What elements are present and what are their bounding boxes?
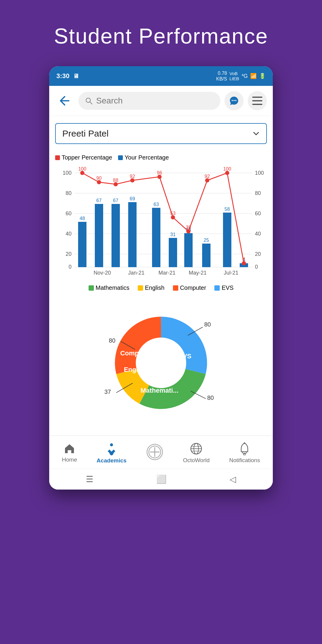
svg-text:90: 90 — [96, 176, 102, 181]
svg-text:53: 53 — [170, 211, 176, 216]
svg-text:69: 69 — [130, 196, 135, 201]
content-area: Preeti Patel Topper Percentage Your Perc… — [49, 116, 273, 436]
svg-point-54 — [225, 171, 229, 175]
svg-point-4 — [235, 100, 236, 101]
svg-text:Nov-20: Nov-20 — [94, 270, 111, 276]
signal-icon: 📶 — [250, 73, 257, 79]
nav-octo-plus[interactable] — [146, 443, 163, 462]
donut-chart-area: EVS Mathemati... English Compute... 80 8… — [55, 303, 267, 428]
svg-text:37: 37 — [104, 388, 111, 395]
search-icon — [85, 97, 93, 105]
svg-rect-32 — [128, 202, 137, 267]
svg-rect-40 — [202, 244, 210, 267]
svg-point-55 — [242, 261, 246, 265]
svg-text:63: 63 — [154, 202, 159, 207]
svg-text:0: 0 — [69, 264, 72, 270]
voip-icon: VoBLtEB — [229, 71, 239, 81]
topper-legend: Topper Percentage — [55, 154, 112, 161]
svg-text:80: 80 — [207, 394, 214, 401]
svg-text:4: 4 — [243, 257, 245, 262]
svg-text:48: 48 — [80, 216, 85, 221]
search-box[interactable] — [78, 92, 220, 110]
academics-label: Academics — [97, 457, 126, 464]
english-dot — [138, 285, 143, 291]
evs-label: EVS — [222, 284, 233, 291]
svg-text:Jan-21: Jan-21 — [128, 270, 144, 276]
square-icon[interactable]: ⬜ — [156, 474, 167, 484]
svg-text:80: 80 — [204, 321, 211, 328]
svg-text:92: 92 — [130, 174, 135, 179]
your-legend: Your Percentage — [118, 154, 169, 161]
message-button[interactable] — [225, 91, 244, 110]
svg-rect-34 — [152, 208, 160, 267]
svg-point-48 — [114, 182, 118, 186]
top-bar — [49, 86, 273, 116]
search-input[interactable] — [96, 96, 214, 106]
svg-text:0: 0 — [255, 264, 258, 270]
dropdown-icon — [253, 130, 260, 137]
nav-notifications[interactable]: Notifications — [229, 442, 260, 464]
your-label: Your Percentage — [125, 154, 169, 161]
bell-icon — [238, 442, 251, 455]
svg-point-51 — [171, 215, 175, 219]
donut-svg: EVS Mathemati... English Compute... 80 8… — [86, 303, 236, 428]
math-label: Mathematics — [96, 284, 129, 291]
computer-label: Computer — [180, 284, 206, 291]
svg-rect-5 — [252, 97, 262, 98]
svg-text:31: 31 — [170, 232, 176, 237]
svg-text:67: 67 — [96, 198, 102, 203]
svg-rect-7 — [252, 104, 262, 105]
svg-text:20: 20 — [255, 251, 261, 257]
svg-text:80: 80 — [66, 190, 72, 196]
bar-chart-svg: 100 80 60 40 20 0 100 80 60 40 20 0 — [55, 166, 267, 279]
nav-octoworld[interactable]: OctoWorld — [183, 442, 210, 464]
octoworld-label: OctoWorld — [183, 457, 210, 464]
status-bar: 3:30 🖥 0.78KB/S VoBLtEB ⁴G 📶 🔋 — [49, 66, 273, 86]
svg-text:38: 38 — [186, 225, 191, 230]
svg-text:58: 58 — [225, 207, 230, 212]
topper-label: Topper Percentage — [62, 154, 112, 161]
evs-dot — [214, 285, 220, 291]
svg-text:100: 100 — [223, 166, 231, 171]
svg-text:60: 60 — [255, 210, 261, 216]
student-selector[interactable]: Preeti Patel — [55, 123, 267, 144]
system-bar: ☰ ⬜ ◁ — [49, 469, 273, 490]
svg-text:40: 40 — [255, 231, 261, 237]
svg-text:80: 80 — [255, 190, 261, 196]
svg-point-50 — [157, 175, 162, 179]
hamburger-icon[interactable]: ☰ — [86, 474, 93, 484]
svg-rect-26 — [78, 222, 86, 267]
back-button[interactable] — [55, 91, 74, 110]
svg-text:88: 88 — [113, 178, 118, 183]
svg-text:Mathemati...: Mathemati... — [140, 387, 178, 394]
svg-point-46 — [80, 171, 84, 175]
menu-button[interactable] — [248, 91, 267, 110]
svg-point-86 — [110, 443, 113, 446]
svg-point-3 — [233, 100, 235, 101]
home-label: Home — [62, 456, 77, 463]
svg-text:100: 100 — [255, 170, 264, 176]
battery-icon: 🔋 — [259, 73, 266, 79]
globe-icon — [190, 442, 203, 455]
phone-frame: 3:30 🖥 0.78KB/S VoBLtEB ⁴G 📶 🔋 — [49, 66, 273, 490]
svg-text:96: 96 — [157, 170, 162, 175]
svg-text:100: 100 — [63, 170, 72, 176]
svg-rect-6 — [252, 100, 262, 101]
svg-text:Jul-21: Jul-21 — [224, 270, 238, 276]
svg-text:92: 92 — [205, 174, 210, 179]
svg-text:25: 25 — [204, 238, 209, 243]
bottom-nav: Home Academics — [49, 436, 273, 469]
svg-text:May-21: May-21 — [189, 270, 207, 276]
svg-rect-96 — [242, 452, 247, 453]
nav-home[interactable]: Home — [62, 443, 77, 463]
student-name: Preeti Patel — [62, 129, 109, 139]
subject-legend: Mathematics English Computer EVS — [55, 284, 267, 291]
svg-text:EVS: EVS — [178, 352, 191, 360]
your-dot — [118, 155, 123, 160]
back-system-icon[interactable]: ◁ — [230, 474, 236, 484]
svg-rect-36 — [169, 238, 177, 267]
nav-academics[interactable]: Academics — [97, 442, 126, 464]
svg-line-1 — [90, 102, 92, 104]
status-left: 3:30 🖥 — [56, 72, 79, 80]
svg-rect-38 — [184, 233, 193, 267]
